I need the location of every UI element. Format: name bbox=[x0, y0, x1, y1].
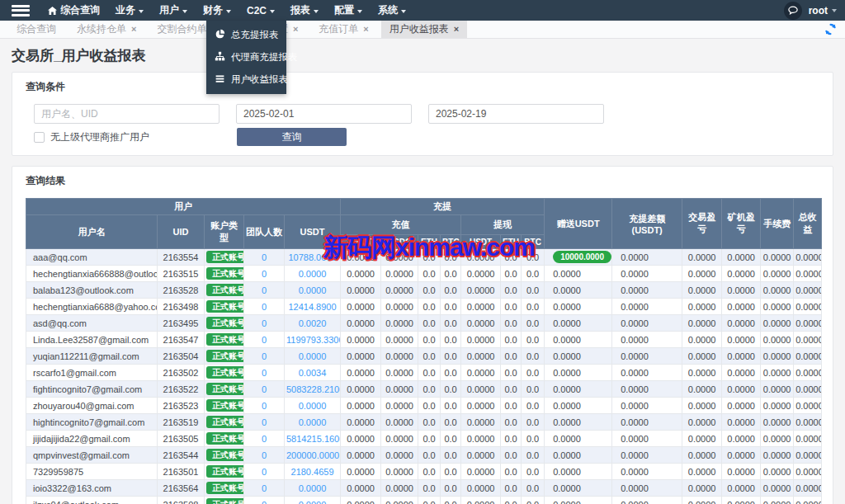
team-count-link[interactable]: 0 bbox=[262, 318, 267, 328]
team-count-link[interactable]: 0 bbox=[262, 401, 267, 411]
usdt-balance-link[interactable]: 1199793.3300 bbox=[286, 335, 341, 345]
usdt-balance-link[interactable]: 5814215.1600 bbox=[286, 434, 341, 444]
usdt-balance-link[interactable]: 5083228.2100 bbox=[286, 384, 341, 394]
usdt-balance-link[interactable]: 0.0000 bbox=[299, 500, 327, 504]
tab-6[interactable]: 用户收益报表× bbox=[381, 21, 467, 38]
team-count-link[interactable]: 0 bbox=[262, 434, 267, 444]
total-profit-cell: 0.0000 bbox=[794, 299, 822, 315]
usdt-balance-link[interactable]: 0.0000 bbox=[299, 269, 327, 279]
usdt-balance-link[interactable]: 10788.0000 bbox=[288, 252, 336, 262]
team-count-link[interactable]: 0 bbox=[262, 417, 267, 427]
uid-cell: 2163498 bbox=[158, 299, 205, 315]
team-count-link[interactable]: 0 bbox=[262, 483, 267, 493]
miner-pnl-cell: 0.0000 bbox=[722, 414, 761, 431]
date-to-input[interactable] bbox=[428, 104, 604, 124]
team-count-cell: 0 bbox=[244, 381, 285, 398]
team-count-link[interactable]: 0 bbox=[262, 384, 267, 394]
account-type-badge: 正式账号 bbox=[206, 350, 244, 362]
deposit-btc-cell: 0.0 bbox=[441, 332, 461, 348]
usdt-balance-link[interactable]: 0.0000 bbox=[299, 401, 327, 411]
team-count-link[interactable]: 0 bbox=[262, 252, 267, 262]
usdt-balance-link[interactable]: 12414.8900 bbox=[288, 302, 336, 312]
results-table: 用户 充提 赠送USDT 充提差额(USDT) 交易盈亏 矿机盈亏 手续费 总收… bbox=[26, 198, 822, 504]
usdt-balance-link[interactable]: 2180.4659 bbox=[291, 467, 334, 477]
date-from-input[interactable] bbox=[236, 104, 412, 124]
usdt-balance-link[interactable]: 0.0000 bbox=[299, 351, 327, 361]
usdt-balance-cell: 1199793.3300 bbox=[285, 332, 341, 348]
col-group-withdraw: 提现 bbox=[461, 215, 545, 235]
trade-pnl-cell: 0.0000 bbox=[682, 315, 722, 332]
withdraw-usdt-cell: 0.0000 bbox=[461, 414, 501, 431]
nav-item-4[interactable]: 报表 bbox=[290, 3, 319, 17]
trade-pnl-cell: 0.0000 bbox=[682, 266, 722, 282]
reports-menu-item-2[interactable]: 用户收益报表 bbox=[206, 68, 286, 91]
refresh-icon[interactable] bbox=[824, 23, 837, 39]
team-count-link[interactable]: 0 bbox=[262, 335, 267, 345]
user-menu[interactable]: root bbox=[809, 5, 837, 16]
usdt-balance-link[interactable]: 0.0000 bbox=[299, 285, 327, 295]
col-team-count: 团队人数 bbox=[244, 215, 285, 249]
nav-item-3[interactable]: C2C bbox=[247, 5, 275, 16]
close-icon[interactable]: × bbox=[293, 25, 298, 34]
withdraw-usdt-cell: 0.0000 bbox=[461, 348, 501, 365]
chevron-down-icon bbox=[270, 10, 275, 13]
team-count-cell: 0 bbox=[244, 266, 285, 282]
gift-usdt-cell: 0.0000 bbox=[545, 282, 612, 299]
withdraw-btc-cell: 0.0 bbox=[522, 365, 545, 381]
usdt-balance-link[interactable]: 0.0000 bbox=[299, 417, 327, 427]
tab-label: 综合查询 bbox=[17, 22, 56, 36]
table-row: hechengtianxia666888@outlook.com2163515正… bbox=[26, 266, 822, 282]
withdraw-eth-cell: 0.0 bbox=[501, 315, 522, 332]
chat-button[interactable] bbox=[784, 2, 802, 20]
withdraw-btc-cell: 0.0 bbox=[522, 381, 545, 398]
team-count-link[interactable]: 0 bbox=[262, 269, 267, 279]
nav-item-1[interactable]: 用户 bbox=[159, 3, 187, 17]
close-icon[interactable]: × bbox=[131, 25, 136, 34]
usdt-balance-link[interactable]: 0.0000 bbox=[299, 483, 327, 493]
withdraw-usdt-cell: 0.0000 bbox=[461, 447, 501, 464]
nav-item-2[interactable]: 财务 bbox=[203, 3, 231, 17]
gift-usdt-cell: 0.0000 bbox=[545, 266, 612, 282]
nav-item-home[interactable]: 综合查询 bbox=[48, 3, 100, 17]
table-row: jlzxc04@outlook.com2163508正式账号00.00000.0… bbox=[26, 497, 822, 504]
user-search-input[interactable] bbox=[34, 104, 220, 124]
home-icon bbox=[48, 7, 57, 15]
nav-item-6[interactable]: 系统 bbox=[378, 3, 406, 17]
usdt-balance-link[interactable]: 0.0034 bbox=[299, 368, 327, 378]
deposit-usdt-cell: 0.0000 bbox=[341, 282, 381, 299]
withdraw-usdt-cell: 0.0000 bbox=[461, 315, 501, 332]
team-count-link[interactable]: 0 bbox=[262, 500, 267, 504]
team-count-link[interactable]: 0 bbox=[262, 450, 267, 460]
withdraw-usdt-cell: 0.0000 bbox=[461, 464, 501, 480]
deposit-usdc-cell: 0.0000 bbox=[381, 497, 418, 504]
hamburger-menu-icon[interactable] bbox=[12, 5, 30, 16]
account-type-badge: 正式账号 bbox=[206, 300, 244, 313]
close-icon[interactable]: × bbox=[363, 25, 368, 34]
withdraw-eth-cell: 0.0 bbox=[501, 480, 522, 497]
team-count-link[interactable]: 0 bbox=[262, 351, 267, 361]
usdt-balance-link[interactable]: 0.0020 bbox=[299, 318, 327, 328]
tab-0[interactable]: 综合查询 bbox=[8, 21, 64, 38]
nav-item-5[interactable]: 配置 bbox=[334, 3, 362, 17]
deposit-usdc-cell: 0.0000 bbox=[381, 299, 418, 315]
team-count-link[interactable]: 0 bbox=[262, 467, 267, 477]
reports-menu-item-0[interactable]: 总充提报表 bbox=[206, 24, 286, 46]
trade-pnl-cell: 0.0000 bbox=[682, 480, 722, 497]
reports-menu-item-1[interactable]: 代理商充提报表 bbox=[206, 46, 286, 68]
table-row: qmpvinvest@gmail.com2163544正式账号0200000.0… bbox=[26, 447, 822, 464]
nav-item-0[interactable]: 业务 bbox=[116, 3, 144, 17]
account-type-cell: 正式账号 bbox=[205, 480, 244, 497]
col-gift-usdt: 赠送USDT bbox=[545, 199, 612, 249]
team-count-link[interactable]: 0 bbox=[262, 302, 267, 312]
top-navbar: 综合查询 业务用户财务C2C报表配置系统 root bbox=[0, 0, 845, 21]
no-agent-checkbox[interactable] bbox=[34, 132, 45, 143]
tab-5[interactable]: 充值订单× bbox=[310, 21, 376, 38]
search-button[interactable]: 查询 bbox=[237, 128, 347, 146]
deposit-withdraw-diff-cell: 0.0000 bbox=[612, 414, 682, 431]
usdt-balance-link[interactable]: 200000.0000 bbox=[286, 450, 339, 460]
gift-usdt-cell: 10000.0000 bbox=[545, 249, 612, 266]
team-count-link[interactable]: 0 bbox=[262, 285, 267, 295]
team-count-link[interactable]: 0 bbox=[262, 368, 267, 378]
close-icon[interactable]: × bbox=[454, 25, 459, 34]
tab-1[interactable]: 永续持仓单× bbox=[68, 21, 144, 38]
